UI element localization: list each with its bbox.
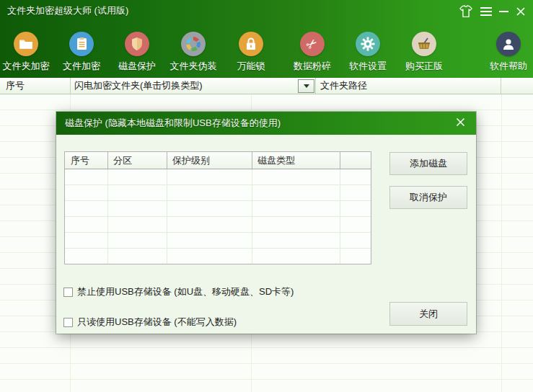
dialog-title: 磁盘保护 (隐藏本地磁盘和限制USB存储设备的使用) [65,112,281,135]
th-serial: 序号 [65,152,89,169]
column-header-path: 文件夹路径 [320,78,367,94]
file-icon [69,32,94,56]
cancel-protection-button[interactable]: 取消保护 [389,186,467,209]
toolbar-label: 万能锁 [223,60,279,73]
titlebar: 文件夹加密超级大师 (试用版) [0,0,533,22]
grid-line-vertical [107,169,108,264]
usb-forbid-checkbox-row[interactable]: 禁止使用USB存储设备 (如U盘、移动硬盘、SD卡等) [63,285,294,298]
main-list-header: 序号 闪电加密文件夹(单击切换类型) 文件夹路径 [0,78,533,94]
close-icon [516,6,526,17]
folder-icon [14,32,38,56]
toolbar-label: 软件帮助 [480,60,533,73]
help-icon [496,32,521,56]
dialog-close-action-button[interactable]: 关闭 [389,302,467,326]
usb-forbid-checkbox[interactable] [63,288,73,297]
skin-button[interactable] [457,2,475,21]
disguise-icon [181,32,206,56]
dialog-titlebar: 磁盘保护 (隐藏本地磁盘和限制USB存储设备的使用) [56,112,476,135]
usb-forbid-label: 禁止使用USB存储设备 (如U盘、移动硬盘、SD卡等) [77,285,294,298]
toolbar-item-folder-disguise[interactable]: 文件夹伪装 [165,32,221,73]
grid-line-vertical [501,94,502,392]
usb-readonly-checkbox[interactable] [63,318,73,327]
close-button[interactable] [511,2,530,21]
column-divider [501,78,501,94]
toolbar-item-disk-protect[interactable]: 磁盘保护 [109,32,165,73]
toolbar-label: 数据粉碎 [284,60,340,73]
toolbar-item-file-encrypt[interactable]: 文件加密 [53,32,110,73]
disk-protection-dialog: 磁盘保护 (隐藏本地磁盘和限制USB存储设备的使用) 序号 分区 保护级别 磁盘… [56,112,476,334]
column-divider [70,78,71,94]
toolbar-item-data-shred[interactable]: ✂ 数据粉碎 [284,32,340,73]
column-header-serial: 序号 [6,78,25,94]
toolbar-label: 文件夹加密 [0,60,54,73]
disks-table-header: 序号 分区 保护级别 磁盘类型 [65,152,371,169]
toolbar-label: 磁盘保护 [109,60,165,73]
encrypt-type-selector-label[interactable]: 闪电加密文件夹(单击切换类型) [74,78,203,94]
toolbar: 文件夹加密 文件加密 [0,22,533,78]
th-protect-level: 保护级别 [167,152,210,169]
window-title: 文件夹加密超级大师 (试用版) [7,0,128,22]
usb-readonly-checkbox-row[interactable]: 只读使用USB存储设备 (不能写入数据) [63,316,237,329]
close-icon [456,117,465,130]
disks-table-body[interactable] [65,169,371,264]
toolbar-label: 软件设置 [340,60,396,73]
minimize-icon [499,11,508,12]
toolbar-item-settings[interactable]: 软件设置 [340,32,396,73]
buy-icon [412,32,436,56]
dialog-close-button[interactable] [451,115,469,132]
hamburger-icon [480,5,492,18]
lock-icon [239,32,263,56]
usb-readonly-label: 只读使用USB存储设备 (不能写入数据) [77,316,237,329]
minimize-button[interactable] [494,2,513,21]
toolbar-item-universal-lock[interactable]: 万能锁 [223,32,279,73]
app-window: 文件夹加密超级大师 (试用版) [0,0,533,392]
disks-table[interactable]: 序号 分区 保护级别 磁盘类型 [64,151,371,264]
th-partition: 分区 [107,152,132,169]
header-area: 文件夹加密超级大师 (试用版) [0,0,533,78]
grid-line-vertical [167,169,167,264]
toolbar-label: 文件加密 [53,60,110,73]
grid-line-vertical [252,169,252,264]
toolbar-label: 购买正版 [396,60,452,73]
chevron-down-icon [304,84,309,88]
shirt-icon [459,5,473,18]
toolbar-item-help[interactable]: 软件帮助 [480,32,533,73]
shield-icon [125,32,149,56]
grid-line-vertical [340,169,340,264]
menu-button[interactable] [477,2,495,21]
column-divider [315,78,316,94]
column-divider [340,152,340,169]
shred-icon: ✂ [300,32,325,56]
encrypt-type-dropdown-button[interactable] [298,79,314,93]
toolbar-item-folder-encrypt[interactable]: 文件夹加密 [0,32,54,73]
add-disk-button[interactable]: 添加磁盘 [389,152,467,175]
toolbar-item-buy[interactable]: 购买正版 [396,32,452,73]
toolbar-label: 文件夹伪装 [165,60,221,73]
th-disk-type: 磁盘类型 [252,152,295,169]
settings-icon [356,32,380,56]
